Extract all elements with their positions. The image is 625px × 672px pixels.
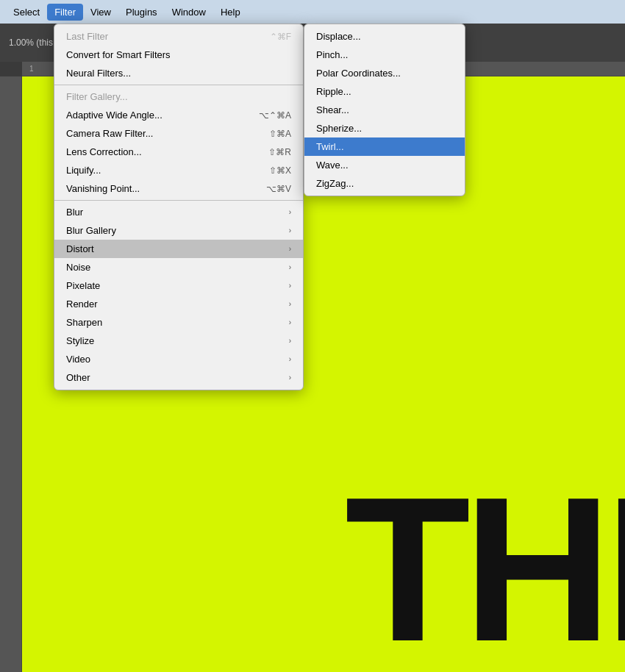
submenu-item-label: Twirl... [316, 141, 344, 152]
submenu-item-spherize[interactable]: Spherize... [304, 119, 465, 137]
submenu-item-label: Ripple... [316, 86, 351, 97]
menu-item-camera-raw[interactable]: Camera Raw Filter... ⇧⌘A [54, 124, 303, 143]
arrow-icon: › [289, 373, 291, 382]
separator-1 [54, 85, 303, 85]
menu-item-convert-smart[interactable]: Convert for Smart Filters [54, 46, 303, 64]
menu-item-sharpen[interactable]: Sharpen › [54, 313, 303, 332]
menu-item-liquify[interactable]: Liquify... ⇧⌘X [54, 161, 303, 179]
arrow-icon: › [289, 208, 291, 216]
menu-item-label: Video [66, 354, 90, 365]
menu-item-label: Vanishing Point... [66, 183, 140, 194]
menu-item-render[interactable]: Render › [54, 295, 303, 313]
menu-item-adaptive-wide[interactable]: Adaptive Wide Angle... ⌥⌃⌘A [54, 106, 303, 124]
menu-shortcut: ⌥⌘V [266, 184, 291, 194]
zoom-percent: 1.00% (this [9, 37, 53, 48]
menu-item-label: Noise [66, 262, 90, 273]
menu-item-label: Stylize [66, 335, 94, 346]
menu-item-label: Adaptive Wide Angle... [66, 110, 162, 121]
menu-item-label: Blur [66, 207, 83, 218]
menu-item-other[interactable]: Other › [54, 368, 303, 387]
menu-shortcut: ⇧⌘X [269, 165, 291, 176]
menu-item-label: Sharpen [66, 317, 102, 328]
menu-item-label: Distort [66, 243, 94, 254]
filter-menu: Last Filter ⌃⌘F Convert for Smart Filter… [54, 24, 304, 390]
submenu-item-twirl[interactable]: Twirl... [304, 137, 465, 156]
menu-shortcut: ⇧⌘A [269, 129, 291, 139]
arrow-icon: › [289, 263, 291, 271]
menu-item-distort[interactable]: Distort › [54, 240, 303, 258]
menubar-item-plugins[interactable]: Plugins [118, 4, 165, 21]
submenu-item-label: Displace... [316, 31, 361, 42]
arrow-icon: › [289, 226, 291, 235]
submenu-item-shear[interactable]: Shear... [304, 101, 465, 119]
submenu-item-pinch[interactable]: Pinch... [304, 46, 465, 64]
menubar-item-filter[interactable]: Filter [47, 4, 83, 21]
menu-item-label: Neural Filters... [66, 68, 131, 79]
submenu-item-ripple[interactable]: Ripple... [304, 82, 465, 101]
submenu-item-label: Shear... [316, 104, 349, 115]
menu-item-vanishing-point[interactable]: Vanishing Point... ⌥⌘V [54, 179, 303, 198]
submenu-item-zigzag[interactable]: ZigZag... [304, 174, 465, 193]
submenu-item-polar-coordinates[interactable]: Polar Coordinates... [304, 64, 465, 82]
menu-item-label: Camera Raw Filter... [66, 128, 153, 139]
menu-item-blur-gallery[interactable]: Blur Gallery › [54, 221, 303, 240]
menu-item-label: Render [66, 299, 98, 310]
arrow-icon: › [289, 300, 291, 308]
arrow-icon: › [289, 318, 291, 326]
menu-item-label: Lens Correction... [66, 146, 142, 157]
menu-shortcut: ⌃⌘F [270, 32, 291, 42]
canvas-text: THI [345, 466, 625, 672]
distort-submenu: Displace... Pinch... Polar Coordinates..… [304, 24, 465, 196]
submenu-item-label: ZigZag... [316, 178, 354, 189]
menubar: Select Filter View Plugins Window Help [0, 0, 625, 24]
menu-item-label: Other [66, 372, 90, 383]
menu-item-lens-correction[interactable]: Lens Correction... ⇧⌘R [54, 143, 303, 161]
menu-item-video[interactable]: Video › [54, 350, 303, 368]
menu-shortcut: ⌥⌃⌘A [259, 110, 291, 121]
menu-item-filter-gallery[interactable]: Filter Gallery... [54, 87, 303, 106]
arrow-icon: › [289, 245, 291, 253]
ruler-mark-1: 1 [29, 65, 34, 73]
menubar-item-window[interactable]: Window [165, 4, 213, 21]
separator-2 [54, 200, 303, 201]
menu-item-label: Last Filter [66, 31, 108, 42]
submenu-item-label: Pinch... [316, 49, 348, 60]
menu-item-noise[interactable]: Noise › [54, 258, 303, 276]
menu-item-blur[interactable]: Blur › [54, 203, 303, 221]
menu-item-pixelate[interactable]: Pixelate › [54, 276, 303, 295]
submenu-item-wave[interactable]: Wave... [304, 156, 465, 174]
menubar-item-view[interactable]: View [83, 4, 118, 21]
menu-item-stylize[interactable]: Stylize › [54, 332, 303, 350]
submenu-item-label: Spherize... [316, 123, 362, 134]
arrow-icon: › [289, 355, 291, 363]
menu-item-label: Blur Gallery [66, 225, 116, 236]
ruler-vertical [0, 76, 22, 672]
submenu-item-label: Polar Coordinates... [316, 68, 401, 79]
menu-shortcut: ⇧⌘R [268, 147, 291, 157]
menu-item-label: Convert for Smart Filters [66, 49, 171, 60]
menu-item-label: Pixelate [66, 280, 100, 291]
submenu-item-label: Wave... [316, 160, 349, 171]
menubar-item-help[interactable]: Help [213, 4, 248, 21]
menu-item-last-filter[interactable]: Last Filter ⌃⌘F [54, 27, 303, 46]
arrow-icon: › [289, 282, 291, 290]
menubar-item-select[interactable]: Select [6, 4, 47, 21]
submenu-item-displace[interactable]: Displace... [304, 27, 465, 46]
menu-item-label: Filter Gallery... [66, 91, 128, 102]
menu-item-label: Liquify... [66, 165, 101, 176]
menu-item-neural-filters[interactable]: Neural Filters... [54, 64, 303, 82]
arrow-icon: › [289, 337, 291, 345]
